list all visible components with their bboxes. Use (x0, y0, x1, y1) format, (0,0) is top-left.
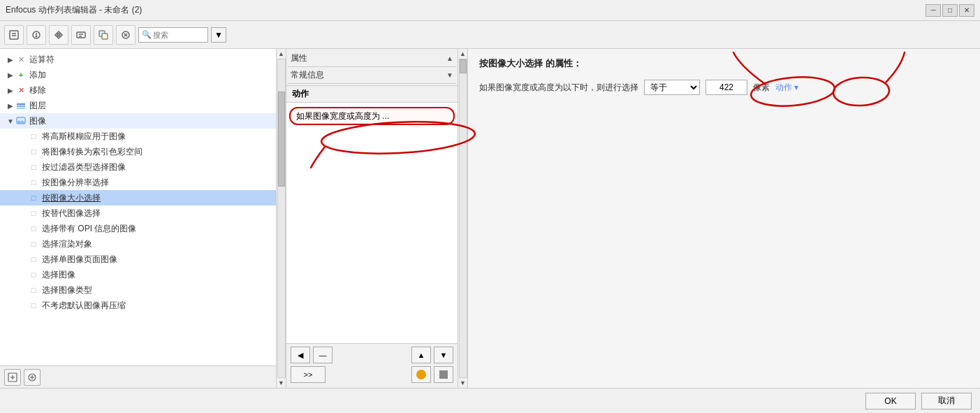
file-icon-imagesize: □ (28, 192, 39, 203)
pixel-value-input[interactable] (705, 80, 747, 95)
tree-label-nodefault: 不考虑默认图像再压缩 (42, 300, 126, 312)
right-panel: 按图像大小选择 的属性： 如果图像宽度或高度为以下时，则进行选择 等于 大于 小… (468, 49, 980, 388)
tree-label-images: 图像 (29, 115, 46, 127)
file-icon-singlepage: □ (28, 254, 39, 265)
middle-bottom-row-1: ◀ — ▲ ▼ (291, 347, 453, 363)
tree-label-colorspace: 将图像转换为索引色彩空间 (42, 146, 142, 158)
tree-item-singlepage[interactable]: □ 选择单图像页面图像 (0, 252, 276, 267)
tab-general-info-arrow[interactable]: ▼ (446, 71, 453, 79)
close-button[interactable]: ✕ (959, 4, 974, 17)
tree-scrollbar[interactable]: ▲ ▼ (276, 49, 286, 388)
stop-icon (439, 370, 448, 379)
tab-properties-arrow[interactable]: ▲ (446, 55, 453, 62)
tree-item-imagetype[interactable]: □ 选择图像类型 (0, 282, 276, 298)
tree-item-operators[interactable]: ▶ ✕ 运算符 (0, 52, 276, 67)
middle-scroll-up[interactable]: ▲ (458, 49, 468, 59)
ok-button[interactable]: OK (865, 393, 916, 410)
file-icon-nodefault: □ (28, 300, 39, 311)
middle-bottom: ◀ — ▲ ▼ >> (286, 343, 458, 388)
tree-item-images[interactable]: ▼ 图像 (0, 113, 276, 129)
condition-select[interactable]: 等于 大于 小于 大于等于 小于等于 (644, 80, 700, 95)
tree-item-colorspace[interactable]: □ 将图像转换为索引色彩空间 (0, 144, 276, 159)
file-icon-altimage: □ (28, 208, 39, 219)
tab-general-info[interactable]: 常规信息 ▼ (288, 67, 456, 84)
collapse-arrow-layers: ▶ (6, 102, 15, 110)
tree-item-layers[interactable]: ▶ 图层 (0, 98, 276, 113)
file-icon-colorspace: □ (28, 146, 39, 157)
toolbar-btn-6[interactable] (116, 25, 136, 45)
toolbar-btn-3[interactable] (49, 25, 68, 45)
layers-icon (15, 100, 27, 111)
tree-label-layers: 图层 (29, 100, 46, 112)
tree-label-singlepage: 选择单图像页面图像 (42, 254, 117, 266)
scroll-down-arrow[interactable]: ▼ (277, 378, 286, 388)
search-input[interactable] (153, 31, 209, 39)
action-list-area: 如果图像宽度或高度为 ... (286, 103, 458, 343)
stop-button[interactable] (434, 366, 453, 383)
add-action-button[interactable]: ◀ (291, 347, 310, 363)
forward-button[interactable]: >> (291, 366, 326, 383)
toolbar-btn-1[interactable] (4, 25, 24, 45)
tab-properties[interactable]: 属性 ▲ (288, 50, 456, 67)
tree-item-altimage[interactable]: □ 按替代图像选择 (0, 205, 276, 221)
tree-item-selectimage[interactable]: □ 选择图像 (0, 267, 276, 282)
middle-panel: 属性 ▲ 常规信息 ▼ 动作 (286, 49, 468, 388)
properties-tab-area: 属性 ▲ 常规信息 ▼ (286, 49, 458, 86)
tree-item-nodefault[interactable]: □ 不考虑默认图像再压缩 (0, 298, 276, 313)
circle-button[interactable] (411, 366, 431, 383)
tree-label-operators: 运算符 (29, 54, 54, 66)
move-down-button[interactable]: ▼ (434, 347, 453, 363)
scroll-thumb[interactable] (278, 92, 285, 187)
remove-action-button[interactable]: — (313, 347, 332, 363)
tree-item-render[interactable]: □ 选择渲染对象 (0, 236, 276, 252)
tree-item-add[interactable]: ▶ + 添加 (0, 67, 276, 82)
file-icon-gaussian: □ (28, 131, 39, 142)
toolbar-btn-2[interactable] (27, 25, 46, 45)
scroll-track[interactable] (277, 59, 286, 378)
tree-item-remove[interactable]: ▶ ✕ 移除 (0, 82, 276, 98)
action-item-1[interactable]: 如果图像宽度或高度为 ... (289, 107, 455, 125)
file-icon-filtertype: □ (28, 161, 39, 173)
left-bottom-btn-1[interactable] (4, 369, 21, 386)
tree-label-opi: 选择带有 OPI 信息的图像 (42, 223, 136, 235)
titlebar-controls: ─ □ ✕ (926, 4, 974, 17)
action-header-label: 动作 (292, 88, 309, 100)
action-item-label-1: 如果图像宽度或高度为 ... (296, 110, 389, 122)
tree-area: ▶ ✕ 运算符 ▶ + 添加 ▶ ✕ (0, 49, 276, 365)
left-bottom-btn-2[interactable] (24, 369, 41, 386)
cancel-button[interactable]: 取消 (921, 393, 972, 410)
search-options-button[interactable]: ▼ (211, 27, 226, 43)
tree-label-filtertype: 按过滤器类型选择图像 (42, 161, 126, 173)
minimize-button[interactable]: ─ (926, 4, 941, 17)
tree-item-filtertype[interactable]: □ 按过滤器类型选择图像 (0, 159, 276, 175)
svg-rect-7 (77, 32, 85, 38)
tree-item-imagesize[interactable]: □ 按图像大小选择 (0, 190, 276, 205)
middle-scroll-down[interactable]: ▼ (458, 378, 468, 388)
move-up-button[interactable]: ▲ (411, 347, 431, 363)
tree-item-opi[interactable]: □ 选择带有 OPI 信息的图像 (0, 221, 276, 236)
middle-scrollbar[interactable]: ▲ ▼ (458, 49, 467, 388)
tree-label-imagetype: 选择图像类型 (42, 284, 92, 296)
action-dropdown-link[interactable]: 动作 ▾ (775, 82, 798, 94)
left-panel-bottom (0, 365, 276, 388)
collapse-arrow-add: ▶ (6, 71, 15, 79)
toolbar-btn-5[interactable] (94, 25, 113, 45)
toolbar-btn-4[interactable] (71, 25, 91, 45)
svg-rect-0 (10, 31, 18, 39)
tree-item-resolution[interactable]: □ 按图像分辨率选择 (0, 175, 276, 190)
svg-rect-17 (17, 108, 25, 109)
maximize-button[interactable]: □ (942, 4, 958, 17)
tab-general-info-label: 常规信息 (291, 69, 446, 81)
file-icon-imagetype: □ (28, 284, 39, 296)
images-icon (15, 115, 27, 126)
scroll-up-arrow[interactable]: ▲ (277, 49, 286, 59)
svg-rect-11 (102, 34, 108, 39)
left-panel: ▶ ✕ 运算符 ▶ + 添加 ▶ ✕ (0, 49, 286, 388)
tree-label-render: 选择渲染对象 (42, 238, 92, 250)
search-icon: 🔍 (142, 30, 152, 39)
bottom-bar: OK 取消 (0, 388, 980, 413)
tree-label-remove: 移除 (29, 85, 46, 96)
operators-icon: ✕ (15, 54, 27, 65)
tree-item-gaussian[interactable]: □ 将高斯模糊应用于图像 (0, 129, 276, 144)
file-icon-opi: □ (28, 223, 39, 234)
